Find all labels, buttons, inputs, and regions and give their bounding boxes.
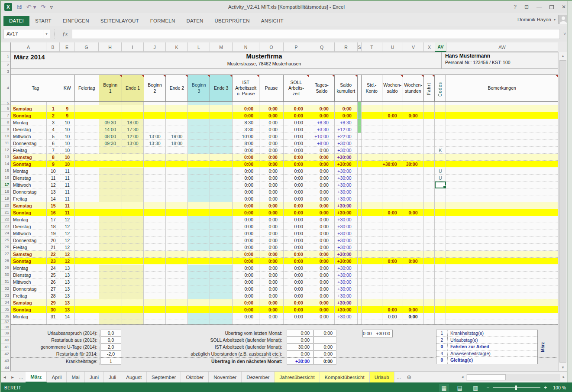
cell[interactable]: 0:00 — [233, 285, 259, 292]
cell[interactable]: 0:00 — [233, 265, 259, 272]
cell[interactable]: Sonntag — [11, 306, 47, 313]
row-header-29[interactable]: 29 — [1, 264, 10, 271]
cell[interactable] — [122, 112, 144, 119]
cell[interactable] — [144, 168, 166, 175]
column-header-P[interactable]: P — [284, 42, 309, 52]
cell[interactable] — [446, 133, 558, 140]
cell[interactable] — [166, 313, 188, 320]
cell[interactable] — [122, 237, 144, 244]
cell[interactable]: +30:00 — [335, 306, 358, 313]
vertical-scrollbar[interactable]: ▲ ▼ — [558, 52, 567, 371]
cell[interactable] — [446, 168, 558, 175]
cell[interactable]: 0:00 — [309, 209, 335, 216]
cell[interactable] — [435, 133, 446, 140]
cell[interactable] — [166, 112, 188, 119]
cell[interactable]: 0:00 — [403, 112, 424, 119]
cell[interactable] — [188, 223, 210, 230]
cell[interactable] — [210, 102, 233, 105]
cell[interactable] — [446, 105, 558, 112]
cell[interactable] — [188, 279, 210, 285]
cell[interactable] — [75, 209, 99, 216]
cell[interactable] — [188, 299, 210, 306]
cell[interactable] — [188, 161, 210, 168]
cell[interactable]: +30:00 — [335, 230, 358, 237]
cell[interactable] — [358, 292, 362, 299]
cell[interactable] — [144, 285, 166, 292]
summary-mid-value-1[interactable]: 0:00 — [287, 350, 313, 357]
cell[interactable]: +30:00 — [335, 272, 358, 279]
cell[interactable] — [188, 154, 210, 161]
cell[interactable]: 13 — [60, 285, 75, 292]
summary-mid-value-2[interactable]: 0:00 — [313, 330, 336, 337]
cell[interactable] — [382, 202, 403, 209]
cell[interactable] — [75, 105, 99, 112]
cell[interactable] — [435, 161, 446, 168]
tab-scroll-left-icon[interactable]: ◄ — [1, 372, 9, 382]
cell[interactable]: 0:00 — [284, 265, 309, 272]
cell[interactable]: 0:00 — [284, 195, 309, 202]
cell[interactable] — [446, 313, 558, 320]
cell[interactable] — [99, 244, 122, 251]
cell[interactable] — [210, 258, 233, 265]
cell[interactable]: 0:00 — [233, 154, 259, 161]
cell[interactable]: 0:00 — [233, 188, 259, 195]
cell[interactable] — [122, 230, 144, 237]
cell[interactable] — [358, 285, 362, 292]
cell[interactable]: 0:00 — [233, 195, 259, 202]
cell[interactable]: 0:00 — [309, 181, 335, 188]
cell[interactable]: 0:00 — [309, 216, 335, 223]
cell[interactable] — [11, 102, 47, 105]
cell[interactable] — [75, 216, 99, 223]
cell[interactable] — [75, 147, 99, 154]
cell[interactable]: 10 — [60, 147, 75, 154]
cell[interactable] — [210, 299, 233, 306]
cell[interactable] — [358, 102, 362, 105]
row-header-13[interactable]: 13 — [1, 153, 10, 160]
cell[interactable]: 0:00 — [284, 209, 309, 216]
cell[interactable] — [144, 112, 166, 119]
header-e1[interactable]: Ende 1 — [122, 75, 144, 102]
cell[interactable] — [75, 181, 99, 188]
cell[interactable] — [144, 188, 166, 195]
column-header-E[interactable]: E — [60, 42, 74, 52]
cell[interactable] — [166, 320, 188, 324]
cell[interactable] — [75, 154, 99, 161]
cell[interactable]: 0:00 — [309, 147, 335, 154]
cell[interactable] — [188, 251, 210, 258]
cell[interactable]: 0:00 — [233, 313, 259, 320]
cell[interactable]: 0:00 — [259, 292, 284, 299]
cell[interactable]: 09:30 — [99, 140, 122, 147]
cell[interactable] — [99, 279, 122, 285]
column-header-M[interactable]: M — [210, 42, 233, 52]
summary-mid-value-1[interactable]: 0:00 — [287, 337, 313, 343]
cell[interactable]: 12 — [60, 237, 75, 244]
cell[interactable] — [382, 244, 403, 251]
cell[interactable] — [403, 181, 424, 188]
cell[interactable] — [122, 299, 144, 306]
header-konto[interactable]: Std.- Konto — [362, 75, 382, 102]
cell[interactable]: 30 — [47, 306, 60, 313]
cell[interactable]: Dienstag — [11, 175, 47, 181]
cell[interactable] — [144, 195, 166, 202]
header-b3[interactable]: Beginn 3 — [188, 75, 210, 102]
cell[interactable] — [99, 320, 122, 324]
cell[interactable] — [122, 202, 144, 209]
row-header-10[interactable]: 10 — [1, 133, 10, 139]
cell[interactable]: Dienstag — [11, 126, 47, 133]
cell[interactable]: +30:00 — [335, 292, 358, 299]
row-header-12[interactable]: 12 — [1, 146, 10, 153]
row-header-39[interactable]: 39 — [1, 330, 10, 337]
cell[interactable]: 0:00 — [309, 279, 335, 285]
cell[interactable] — [424, 161, 435, 168]
cell[interactable] — [99, 161, 122, 168]
cell[interactable]: 28 — [47, 292, 60, 299]
cell[interactable]: +8:30 — [335, 119, 358, 126]
cell[interactable] — [403, 237, 424, 244]
cell[interactable]: 0:00 — [259, 279, 284, 285]
cell[interactable]: 18 — [47, 223, 60, 230]
sheet-tab-jahresübersicht[interactable]: Jahresübersicht — [275, 372, 320, 382]
help-icon[interactable]: ? — [514, 4, 517, 10]
cell[interactable]: 0:00 — [284, 216, 309, 223]
cell[interactable] — [403, 292, 424, 299]
cell[interactable] — [362, 285, 382, 292]
